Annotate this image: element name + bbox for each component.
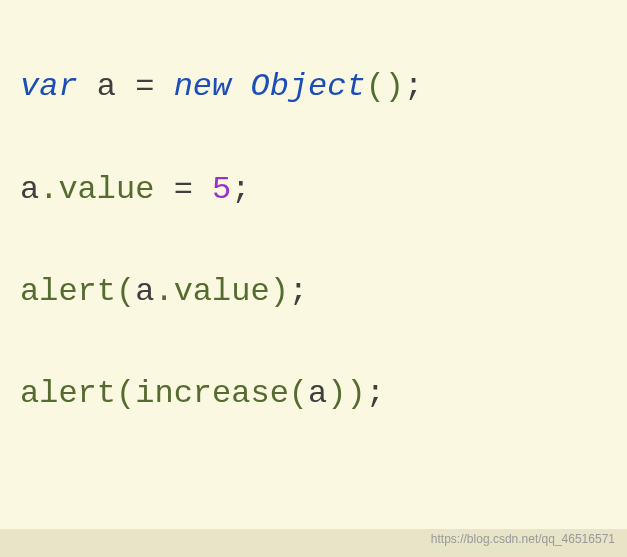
fn-alert: alert bbox=[20, 273, 116, 310]
var-a: a bbox=[97, 68, 116, 105]
code-line-4: alert(increase(a)); bbox=[20, 368, 607, 419]
type-object: Object bbox=[250, 68, 365, 105]
code-block: var a = new Object(); a.value = 5; alert… bbox=[20, 10, 607, 557]
prop-value: value bbox=[58, 171, 154, 208]
keyword-new: new bbox=[174, 68, 232, 105]
keyword-var: var bbox=[20, 68, 78, 105]
watermark-text: https://blog.csdn.net/qq_46516571 bbox=[431, 530, 615, 549]
var-a: a bbox=[20, 171, 39, 208]
fn-alert: alert bbox=[20, 375, 116, 412]
code-line-blank bbox=[20, 471, 607, 522]
number-literal: 5 bbox=[212, 171, 231, 208]
fn-increase: increase bbox=[135, 375, 289, 412]
code-line-1: var a = new Object(); bbox=[20, 61, 607, 112]
code-line-2: a.value = 5; bbox=[20, 164, 607, 215]
code-line-3: alert(a.value); bbox=[20, 266, 607, 317]
